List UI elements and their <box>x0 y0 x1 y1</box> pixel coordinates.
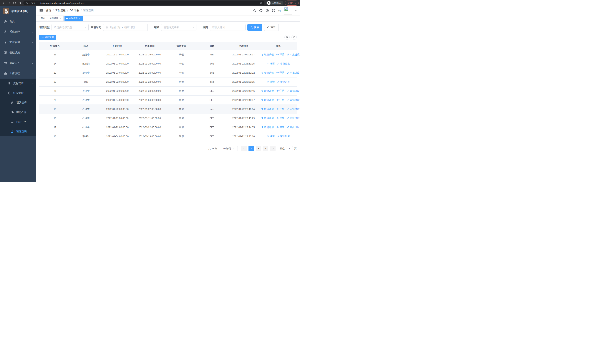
address-bar[interactable]: 不安全 dashboard.yudao.iocoder.cn/bpm/oa/le… <box>23 0 264 5</box>
sidebar-item-研发工具[interactable]: 研发工具 <box>0 58 36 68</box>
row-action-progress[interactable]: 审批进度 <box>287 53 300 56</box>
tree-icon <box>7 91 11 95</box>
font-size-icon[interactable]: тT <box>278 9 281 12</box>
sidebar-fold-icon[interactable] <box>39 9 43 12</box>
app-logo[interactable]: 芋道管理系统 <box>0 6 36 16</box>
table-row[interactable]: 16 不通过 2022-01-04 00:00:00 2022-01-13 00… <box>39 132 297 141</box>
browser-forward-button[interactable] <box>7 0 12 6</box>
sidebar-item-已办任务[interactable]: 已办任务 <box>0 117 36 127</box>
search-icon <box>286 36 289 39</box>
sidebar-item-label: 任务管理 <box>13 91 24 95</box>
row-action-detail[interactable]: 详情 <box>276 71 284 74</box>
close-icon[interactable] <box>59 17 62 20</box>
row-action-cancel[interactable]: 取消请假 <box>261 117 274 120</box>
row-action-detail[interactable]: 详情 <box>276 53 284 56</box>
row-action-detail[interactable]: 详情 <box>276 116 284 120</box>
browser-reload-button[interactable] <box>12 0 17 6</box>
row-action-detail[interactable]: 详情 <box>276 89 284 93</box>
leave-type-select[interactable]: 请选择请假类型 <box>52 24 89 31</box>
row-action-detail[interactable]: 详情 <box>267 80 275 84</box>
tab-请假查询[interactable]: 请假查询 <box>65 16 83 21</box>
sidebar-item-请假查询[interactable]: 请假查询 <box>0 127 36 136</box>
sidebar-item-基础设施[interactable]: 基础设施 <box>0 47 36 58</box>
browser-home-button[interactable] <box>17 0 22 6</box>
table-row[interactable]: 18 处理中 2022-01-11 00:00:00 2022-01-11 00… <box>39 114 297 123</box>
row-action-cancel[interactable]: 取消请假 <box>261 98 274 102</box>
row-action-progress[interactable]: 审批进度 <box>287 126 300 129</box>
row-action-detail[interactable]: 详情 <box>276 98 284 102</box>
row-action-progress[interactable]: 审批进度 <box>277 80 290 84</box>
pen-icon <box>287 72 289 74</box>
tab-流程详情[interactable]: 流程详情 <box>48 16 64 21</box>
table-row[interactable]: 23 处理中 2022-01-03 00:00:00 2022-01-26 00… <box>39 68 297 77</box>
close-icon[interactable] <box>78 17 81 20</box>
page-button-1[interactable]: 1 <box>248 146 254 151</box>
row-action-detail[interactable]: 详情 <box>276 107 284 111</box>
page-size-select[interactable]: 10条/页 <box>220 146 238 151</box>
row-action-progress[interactable]: 审批进度 <box>277 135 290 138</box>
tab-首页[interactable]: 首页 <box>39 16 47 21</box>
table-row[interactable]: 20 处理中 2022-01-04 00:00:00 2022-01-04 00… <box>39 95 297 104</box>
fullscreen-icon[interactable] <box>272 9 275 12</box>
apply-time-range-picker[interactable]: 开始日期 - 结束日期 <box>103 24 148 31</box>
row-action-detail[interactable]: 详情 <box>267 62 275 65</box>
bookmark-star-icon[interactable] <box>260 1 262 4</box>
help-icon[interactable] <box>265 9 269 12</box>
reason-input[interactable]: 请输入原因 <box>210 24 245 31</box>
sidebar-item-任务管理[interactable]: 任务管理 <box>0 88 36 98</box>
next-page-button[interactable] <box>270 146 276 151</box>
sidebar-item-系统管理[interactable]: 系统管理 <box>0 27 36 37</box>
browser-update-button[interactable]: 更新 <box>285 0 299 6</box>
table-row[interactable]: 24 已取消 2022-01-03 00:00:00 2022-01-26 00… <box>39 59 297 68</box>
github-icon[interactable] <box>259 9 263 12</box>
sidebar-item-待办任务[interactable]: 待办任务 <box>0 107 36 117</box>
create-leave-button[interactable]: 发起请假 <box>39 35 56 40</box>
breadcrumb-item[interactable]: OA 示例 <box>70 9 79 12</box>
kebab-menu-icon[interactable] <box>294 2 297 4</box>
row-action-progress[interactable]: 审批进度 <box>277 62 290 65</box>
table-row[interactable]: 19 处理中 2022-01-22 00:00:00 2022-01-22 00… <box>39 104 297 114</box>
search-button[interactable]: 搜索 <box>247 24 262 31</box>
row-action-cancel[interactable]: 取消请假 <box>261 89 274 93</box>
row-action-progress[interactable]: 审批进度 <box>287 98 300 102</box>
yen-icon <box>4 41 7 44</box>
breadcrumb-item[interactable]: 工作流程 <box>55 9 66 12</box>
browser-back-button[interactable] <box>1 0 7 6</box>
row-action-progress[interactable]: 审批进度 <box>287 107 300 111</box>
cell-end-time: 2022-01-13 00:00:00 <box>133 132 166 141</box>
row-action-cancel[interactable]: 取消请假 <box>261 53 274 56</box>
breadcrumb-item[interactable]: 首页 <box>46 9 51 12</box>
sidebar-item-首页[interactable]: 首页 <box>0 16 36 27</box>
page-button-3[interactable]: 3 <box>263 146 268 151</box>
eye-icon <box>10 111 14 114</box>
prev-page-button[interactable] <box>241 146 247 151</box>
table-row[interactable]: 17 处理中 2022-01-22 00:00:00 2022-01-22 00… <box>39 123 297 132</box>
header-search-icon[interactable] <box>253 9 256 12</box>
breadcrumb-separator: / <box>81 9 82 12</box>
goto-page-input[interactable]: 1 <box>286 146 293 151</box>
table-row[interactable]: 22 通过 2022-01-22 00:00:00 2022-01-22 00:… <box>39 77 297 86</box>
row-action-detail[interactable]: 详情 <box>276 125 284 129</box>
security-chip[interactable]: 不安全 <box>26 1 38 5</box>
user-avatar[interactable] <box>284 7 292 14</box>
page-button-2[interactable]: 2 <box>256 146 261 151</box>
table-row[interactable]: 21 处理中 2022-01-22 00:00:00 2022-01-23 00… <box>39 86 297 95</box>
refresh-table-button[interactable] <box>291 35 297 40</box>
reset-button[interactable]: 重置 <box>264 24 279 31</box>
eye-sm-icon <box>276 108 279 110</box>
row-action-cancel[interactable]: 取消请假 <box>261 71 274 75</box>
row-action-cancel[interactable]: 取消请假 <box>261 126 274 129</box>
sidebar-item-我的流程[interactable]: 我的流程 <box>0 98 36 107</box>
row-action-progress[interactable]: 审批进度 <box>287 117 300 120</box>
sidebar-item-流程管理[interactable]: 流程管理 <box>0 79 36 88</box>
sidebar-item-支付管理[interactable]: 支付管理 <box>0 37 36 47</box>
row-action-cancel[interactable]: 取消请假 <box>261 107 274 111</box>
row-action-progress[interactable]: 审批进度 <box>287 71 300 75</box>
table-row[interactable]: 25 处理中 2021-12-27 00:00:00 2022-01-19 00… <box>39 50 297 59</box>
result-select[interactable]: 请选择流结果 <box>161 24 197 31</box>
caret-down-icon[interactable] <box>295 9 297 12</box>
row-action-detail[interactable]: 详情 <box>267 135 275 138</box>
row-action-progress[interactable]: 审批进度 <box>287 89 300 93</box>
show-search-toggle-button[interactable] <box>284 35 290 40</box>
sidebar-item-工作流程[interactable]: 工作流程 <box>0 68 36 79</box>
